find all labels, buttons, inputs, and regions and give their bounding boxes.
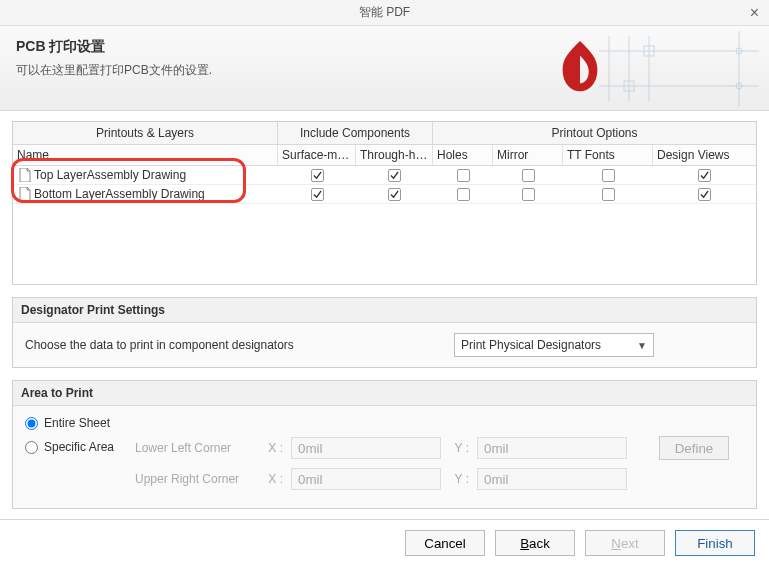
designator-header: Designator Print Settings bbox=[13, 298, 756, 323]
radio-entire-sheet[interactable]: Entire Sheet bbox=[25, 416, 744, 430]
lower-left-label: Lower Left Corner bbox=[135, 441, 255, 455]
finish-button[interactable]: Finish bbox=[675, 530, 755, 556]
designator-selected: Print Physical Designators bbox=[461, 338, 601, 352]
y-label: Y : bbox=[449, 472, 469, 486]
define-button[interactable]: Define bbox=[659, 436, 729, 460]
col-surface[interactable]: Surface-mo… bbox=[278, 145, 356, 165]
radio-specific-label: Specific Area bbox=[44, 440, 114, 454]
chk-holes[interactable] bbox=[457, 169, 470, 182]
close-icon[interactable]: × bbox=[750, 4, 759, 22]
chk-through[interactable] bbox=[388, 188, 401, 201]
table-row[interactable]: Top LayerAssembly Drawing bbox=[13, 166, 756, 185]
upper-right-label: Upper Right Corner bbox=[135, 472, 255, 486]
x-label: X : bbox=[263, 472, 283, 486]
row-name: Bottom LayerAssembly Drawing bbox=[34, 187, 205, 201]
row-name: Top LayerAssembly Drawing bbox=[34, 168, 186, 182]
banner-decoration bbox=[589, 26, 769, 111]
col-design[interactable]: Design Views bbox=[653, 145, 756, 165]
chk-through[interactable] bbox=[388, 169, 401, 182]
header-banner: PCB 打印设置 可以在这里配置打印PCB文件的设置. bbox=[0, 26, 769, 111]
footer: Cancel Back Next Finish bbox=[0, 519, 769, 566]
page-icon bbox=[19, 187, 31, 201]
chk-ttfonts[interactable] bbox=[602, 188, 615, 201]
area-header: Area to Print bbox=[13, 381, 756, 406]
chk-mirror[interactable] bbox=[522, 188, 535, 201]
printouts-table: Printouts & Layers Include Components Pr… bbox=[12, 121, 757, 285]
x-label: X : bbox=[263, 441, 283, 455]
chk-surface[interactable] bbox=[311, 188, 324, 201]
area-section: Area to Print Entire Sheet Specific Area… bbox=[12, 380, 757, 509]
titlebar: 智能 PDF × bbox=[0, 0, 769, 26]
chk-mirror[interactable] bbox=[522, 169, 535, 182]
col-through[interactable]: Through-hole bbox=[356, 145, 433, 165]
designator-section: Designator Print Settings Choose the dat… bbox=[12, 297, 757, 368]
page-icon bbox=[19, 168, 31, 182]
chk-design[interactable] bbox=[698, 188, 711, 201]
radio-specific-input[interactable] bbox=[25, 441, 38, 454]
table-row[interactable]: Bottom LayerAssembly Drawing bbox=[13, 185, 756, 204]
back-button[interactable]: Back bbox=[495, 530, 575, 556]
chk-design[interactable] bbox=[698, 169, 711, 182]
next-button[interactable]: Next bbox=[585, 530, 665, 556]
y-label: Y : bbox=[449, 441, 469, 455]
radio-entire-label: Entire Sheet bbox=[44, 416, 110, 430]
designator-dropdown[interactable]: Print Physical Designators ▼ bbox=[454, 333, 654, 357]
radio-entire-input[interactable] bbox=[25, 417, 38, 430]
col-name[interactable]: Name bbox=[13, 145, 278, 165]
designator-label: Choose the data to print in component de… bbox=[25, 338, 294, 352]
cancel-button[interactable]: Cancel bbox=[405, 530, 485, 556]
chk-surface[interactable] bbox=[311, 169, 324, 182]
lower-left-x-input[interactable] bbox=[291, 437, 441, 459]
chevron-down-icon: ▼ bbox=[637, 340, 647, 351]
col-group-printouts: Printouts & Layers bbox=[13, 122, 278, 144]
chk-holes[interactable] bbox=[457, 188, 470, 201]
upper-right-x-input[interactable] bbox=[291, 468, 441, 490]
chk-ttfonts[interactable] bbox=[602, 169, 615, 182]
lower-left-y-input[interactable] bbox=[477, 437, 627, 459]
window-title: 智能 PDF bbox=[359, 4, 410, 21]
col-group-include: Include Components bbox=[278, 122, 433, 144]
table-empty-area bbox=[13, 204, 756, 284]
col-mirror[interactable]: Mirror bbox=[493, 145, 563, 165]
upper-right-y-input[interactable] bbox=[477, 468, 627, 490]
col-holes[interactable]: Holes bbox=[433, 145, 493, 165]
col-ttfonts[interactable]: TT Fonts bbox=[563, 145, 653, 165]
col-group-options: Printout Options bbox=[433, 122, 756, 144]
